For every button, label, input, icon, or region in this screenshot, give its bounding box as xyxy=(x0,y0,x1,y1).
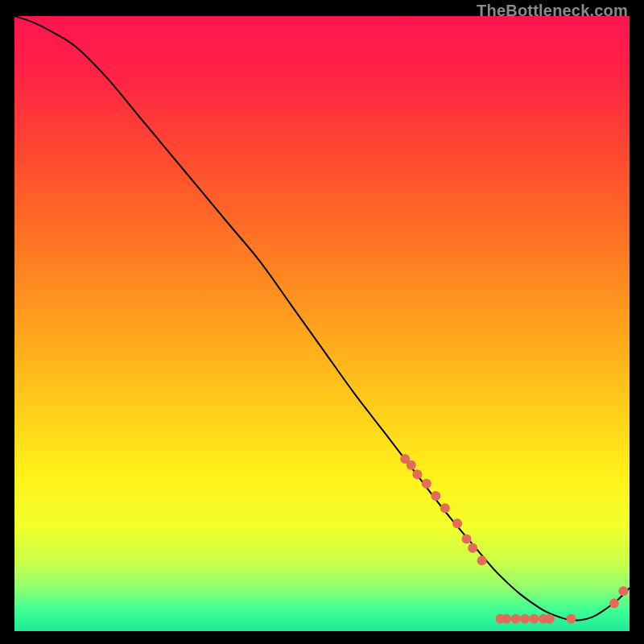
marker-point xyxy=(477,555,487,565)
marker-point xyxy=(618,586,628,596)
chart-frame xyxy=(14,16,630,631)
marker-point xyxy=(462,534,472,543)
marker-point xyxy=(566,614,576,624)
marker-point xyxy=(431,491,440,501)
marker-point xyxy=(502,614,511,624)
chart-background xyxy=(14,16,630,631)
marker-point xyxy=(440,503,450,513)
marker-point xyxy=(407,460,416,470)
marker-point xyxy=(609,599,619,609)
marker-point xyxy=(545,614,555,624)
marker-point xyxy=(520,614,530,624)
marker-point xyxy=(468,543,477,553)
marker-point xyxy=(511,614,521,624)
marker-point xyxy=(422,479,431,489)
marker-point xyxy=(530,614,539,624)
chart-svg xyxy=(14,16,630,631)
marker-point xyxy=(452,518,462,528)
marker-point xyxy=(412,469,422,479)
